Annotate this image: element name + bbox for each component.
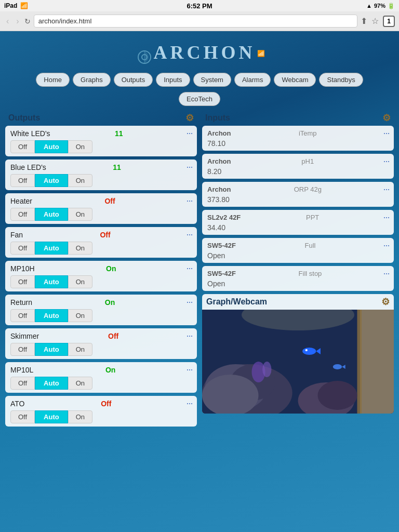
output-off-btn[interactable]: Off: [10, 275, 35, 288]
output-off-btn[interactable]: Off: [10, 410, 35, 423]
output-off-btn[interactable]: Off: [10, 208, 35, 221]
output-status: Off: [100, 231, 110, 239]
carrier-label: iPad: [4, 2, 17, 9]
back-button[interactable]: ‹: [4, 16, 11, 27]
nav-item-webcam[interactable]: Webcam: [274, 73, 316, 87]
output-auto-btn[interactable]: Auto: [35, 377, 68, 390]
output-auto-btn[interactable]: Auto: [35, 174, 68, 187]
output-status: On: [106, 264, 116, 273]
outputs-header: Outputs ⚙: [5, 110, 197, 126]
graph-header: Graph/Webcam ⚙: [202, 294, 394, 310]
logo-area: ARCHON 📶: [5, 36, 394, 70]
nav-item-system[interactable]: System: [193, 73, 231, 87]
output-status: Off: [108, 332, 118, 340]
inputs-gear-icon[interactable]: ⚙: [382, 112, 391, 124]
input-label: ORP 42g: [294, 185, 322, 193]
output-on-btn[interactable]: On: [68, 410, 92, 423]
input-card-3: SL2v2 42F PPT ⫶ 34.40: [202, 210, 394, 235]
output-off-btn[interactable]: Off: [10, 309, 35, 322]
tune-icon[interactable]: ⫶: [185, 300, 194, 304]
input-label: iTemp: [299, 129, 317, 137]
output-auto-btn[interactable]: Auto: [35, 343, 68, 356]
output-auto-btn[interactable]: Auto: [35, 275, 68, 288]
output-off-btn[interactable]: Off: [10, 242, 35, 255]
outputs-gear-icon[interactable]: ⚙: [185, 112, 194, 124]
input-tune-icon[interactable]: ⫶: [382, 216, 391, 220]
input-card-top: SW5-42F Full ⫶: [207, 241, 389, 250]
graph-gear-icon[interactable]: ⚙: [381, 296, 390, 308]
nav-item-inputs[interactable]: Inputs: [156, 73, 190, 87]
input-card-top: SL2v2 42F PPT ⫶: [207, 213, 389, 222]
output-off-btn[interactable]: Off: [10, 343, 35, 356]
input-tune-icon[interactable]: ⫶: [382, 244, 391, 248]
tune-icon[interactable]: ⫶: [185, 199, 194, 203]
logo-text: ARCHON: [153, 42, 255, 63]
nav-item-ecotech[interactable]: EcoTech: [179, 92, 220, 106]
tune-icon[interactable]: ⫶: [185, 368, 194, 372]
bookmark-button[interactable]: ☆: [371, 16, 379, 27]
output-name: Heater: [10, 197, 32, 205]
card-top: Blue LED's 11 ⫶: [10, 163, 192, 174]
nav-bar: HomeGraphsOutputsInputsSystemAlarmsWebca…: [5, 70, 394, 90]
tune-icon[interactable]: ⫶: [185, 402, 194, 406]
card-top: Heater Off ⫶: [10, 196, 192, 208]
input-tune-icon[interactable]: ⫶: [382, 159, 391, 164]
svg-point-15: [302, 348, 316, 355]
svg-rect-4: [360, 310, 394, 414]
output-on-btn[interactable]: On: [68, 377, 92, 390]
output-auto-btn[interactable]: Auto: [35, 140, 68, 153]
inputs-title: Inputs: [205, 113, 230, 123]
outputs-panel: Outputs ⚙ White LED's 11 ⫶ Off Auto On B…: [5, 110, 197, 430]
refresh-button[interactable]: ↻: [24, 17, 31, 25]
card-top: Fan Off ⫶: [10, 230, 192, 242]
output-on-btn[interactable]: On: [68, 309, 92, 322]
output-name: MP10L: [10, 366, 33, 374]
input-label: Fill stop: [299, 270, 322, 277]
output-auto-btn[interactable]: Auto: [35, 208, 68, 221]
output-off-btn[interactable]: Off: [10, 174, 35, 187]
tune-icon[interactable]: ⫶: [185, 165, 194, 169]
app-content: ARCHON 📶 HomeGraphsOutputsInputsSystemAl…: [0, 31, 399, 435]
nav-item-graphs[interactable]: Graphs: [73, 73, 111, 87]
output-off-btn[interactable]: Off: [10, 140, 35, 153]
input-source: Archon: [207, 129, 231, 137]
tune-icon[interactable]: ⫶: [185, 334, 194, 338]
input-tune-icon[interactable]: ⫶: [382, 272, 391, 276]
output-auto-btn[interactable]: Auto: [35, 309, 68, 322]
output-on-btn[interactable]: On: [68, 174, 92, 187]
nav-bar-2: EcoTech: [5, 90, 394, 110]
tune-icon[interactable]: ⫶: [185, 267, 194, 271]
svg-point-17: [305, 349, 308, 351]
tune-icon[interactable]: ⫶: [185, 131, 194, 136]
status-left: iPad 📶: [4, 2, 28, 9]
output-on-btn[interactable]: On: [68, 140, 92, 153]
input-value: 78.10: [207, 138, 389, 148]
output-on-btn[interactable]: On: [68, 275, 92, 288]
output-on-btn[interactable]: On: [68, 208, 92, 221]
card-top: ATO Off ⫶: [10, 399, 192, 410]
nav-item-home[interactable]: Home: [36, 73, 70, 87]
nav-item-alarms[interactable]: Alarms: [234, 73, 271, 87]
tune-icon[interactable]: ⫶: [185, 233, 194, 237]
output-auto-btn[interactable]: Auto: [35, 410, 68, 423]
input-value: 373.80: [207, 194, 389, 204]
output-auto-btn[interactable]: Auto: [35, 242, 68, 255]
input-tune-icon[interactable]: ⫶: [382, 188, 391, 192]
share-button[interactable]: ⬆: [361, 16, 367, 27]
forward-button[interactable]: ›: [14, 16, 21, 27]
output-off-btn[interactable]: Off: [10, 377, 35, 390]
output-card-whiteled's: White LED's 11 ⫶ Off Auto On: [5, 126, 197, 156]
output-on-btn[interactable]: On: [68, 343, 92, 356]
output-on-btn[interactable]: On: [68, 242, 92, 255]
input-value: 34.40: [207, 222, 389, 232]
output-card-mp10h: MP10H On ⫶ Off Auto On: [5, 261, 197, 291]
input-tune-icon[interactable]: ⫶: [382, 131, 391, 136]
address-bar[interactable]: [34, 15, 358, 28]
svg-rect-5: [357, 310, 362, 414]
tab-count[interactable]: 1: [383, 16, 395, 27]
card-controls: Off Auto On: [10, 275, 192, 288]
nav-item-standbys[interactable]: Standbys: [319, 73, 363, 87]
nav-item-outputs[interactable]: Outputs: [114, 73, 153, 87]
input-card-5: SW5-42F Fill stop ⫶ Open: [202, 266, 394, 291]
input-value: Open: [207, 250, 389, 260]
